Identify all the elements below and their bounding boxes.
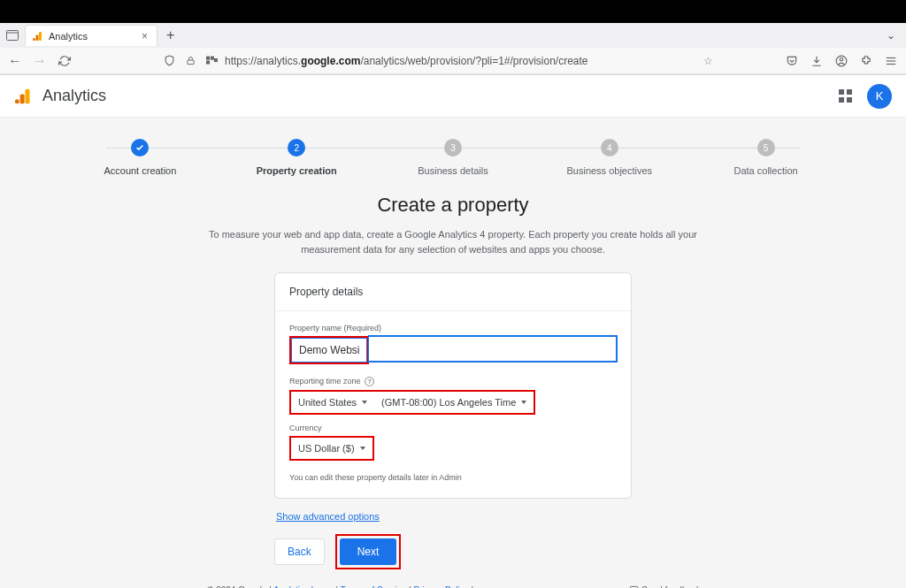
timezone-label: Reporting time zone ? bbox=[289, 377, 617, 386]
apps-grid-icon[interactable] bbox=[839, 89, 853, 103]
setup-stepper: Account creation 2 Property creation 3 B… bbox=[0, 118, 906, 176]
browser-chrome: Analytics × + ⌄ ← → https://analytics.go… bbox=[0, 23, 906, 75]
svg-rect-9 bbox=[213, 58, 217, 62]
menu-icon[interactable] bbox=[883, 55, 899, 67]
highlight-currency: US Dollar ($) bbox=[289, 436, 374, 461]
currency-label: Currency bbox=[289, 424, 617, 432]
tabs-dropdown-icon[interactable]: ⌄ bbox=[887, 29, 902, 42]
main-content: Create a property To measure your web an… bbox=[0, 176, 906, 588]
svg-rect-8 bbox=[206, 61, 210, 65]
account-icon[interactable] bbox=[833, 55, 849, 67]
card-header: Property details bbox=[275, 273, 631, 311]
button-row: Back Next bbox=[274, 534, 632, 569]
download-icon[interactable] bbox=[809, 55, 825, 67]
svg-rect-7 bbox=[210, 57, 213, 60]
shield-icon[interactable] bbox=[161, 53, 177, 69]
next-button[interactable]: Next bbox=[340, 538, 397, 565]
step-account-creation[interactable]: Account creation bbox=[62, 139, 219, 176]
property-details-card: Property details Property name (Required… bbox=[274, 272, 632, 499]
address-bar-row: ← → https://analytics.google.com/analyti… bbox=[0, 48, 906, 74]
window-top-strip bbox=[0, 0, 906, 23]
svg-rect-6 bbox=[206, 57, 210, 60]
tab-title: Analytics bbox=[49, 31, 88, 42]
browser-tab[interactable]: Analytics × bbox=[25, 25, 157, 46]
url-text: https://analytics.google.com/analytics/w… bbox=[225, 55, 588, 67]
ga-favicon-icon bbox=[33, 31, 43, 42]
pocket-icon[interactable] bbox=[784, 55, 800, 67]
step-business-details: 3 Business details bbox=[375, 139, 532, 176]
edit-later-hint: You can edit these property details late… bbox=[289, 473, 617, 482]
user-avatar[interactable]: K bbox=[867, 84, 892, 109]
app-title: Analytics bbox=[42, 87, 106, 105]
svg-point-4 bbox=[33, 38, 35, 41]
page-title: Create a property bbox=[0, 194, 906, 217]
extensions-icon[interactable] bbox=[858, 55, 874, 67]
back-button[interactable]: Back bbox=[274, 538, 325, 565]
highlight-next: Next bbox=[335, 534, 402, 569]
page-description: To measure your web and app data, create… bbox=[205, 227, 701, 256]
show-advanced-link[interactable]: Show advanced options bbox=[276, 511, 633, 522]
help-icon[interactable]: ? bbox=[365, 377, 374, 386]
property-name-input[interactable] bbox=[291, 338, 367, 363]
tab-bar: Analytics × + ⌄ bbox=[0, 23, 906, 48]
back-icon[interactable]: ← bbox=[7, 53, 23, 69]
permissions-icon[interactable] bbox=[203, 53, 219, 69]
svg-point-17 bbox=[15, 99, 19, 103]
forward-icon: → bbox=[32, 53, 48, 69]
property-name-field-wrap bbox=[289, 336, 617, 364]
close-tab-icon[interactable]: × bbox=[140, 30, 150, 42]
svg-rect-3 bbox=[36, 34, 39, 41]
sidebar-toggle-icon[interactable] bbox=[4, 27, 21, 44]
app-header: Analytics K bbox=[0, 75, 906, 118]
bookmark-star-icon[interactable]: ☆ bbox=[703, 55, 775, 67]
timezone-dropdown[interactable]: (GMT-08:00) Los Angeles Time bbox=[374, 392, 534, 413]
lock-icon[interactable] bbox=[182, 53, 198, 69]
highlight-timezone: United States (GMT-08:00) Los Angeles Ti… bbox=[289, 390, 535, 415]
svg-rect-16 bbox=[20, 94, 25, 103]
highlight-property-name bbox=[289, 336, 369, 364]
reload-icon[interactable] bbox=[57, 53, 73, 69]
svg-rect-0 bbox=[7, 31, 19, 41]
step-business-objectives: 4 Business objectives bbox=[531, 139, 687, 176]
step-property-creation[interactable]: 2 Property creation bbox=[219, 139, 375, 176]
caret-down-icon bbox=[362, 401, 367, 404]
svg-rect-2 bbox=[39, 32, 42, 41]
property-name-input-extent[interactable] bbox=[369, 336, 617, 362]
svg-rect-15 bbox=[26, 88, 30, 103]
new-tab-button[interactable]: + bbox=[161, 27, 180, 43]
caret-down-icon bbox=[360, 447, 365, 450]
svg-point-11 bbox=[840, 57, 843, 61]
caret-down-icon bbox=[521, 401, 526, 404]
url-bar[interactable]: https://analytics.google.com/analytics/w… bbox=[81, 53, 775, 69]
step-data-collection: 5 Data collection bbox=[687, 139, 844, 176]
country-dropdown[interactable]: United States bbox=[291, 392, 374, 413]
svg-rect-5 bbox=[187, 60, 193, 65]
property-name-label: Property name (Required) bbox=[289, 324, 617, 332]
currency-dropdown[interactable]: US Dollar ($) bbox=[291, 438, 372, 459]
analytics-logo-icon bbox=[14, 88, 32, 105]
